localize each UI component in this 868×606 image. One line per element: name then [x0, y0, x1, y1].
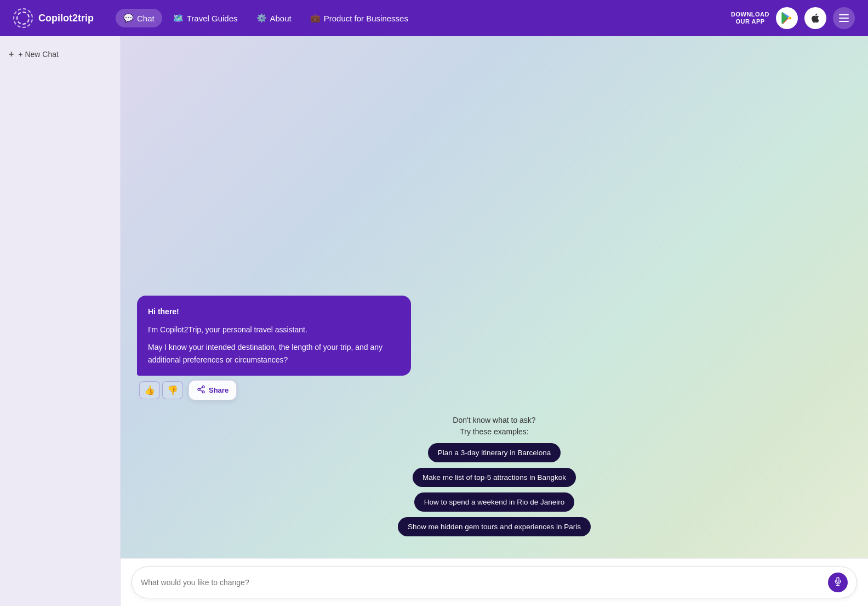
bot-question: May I know your intended destination, th… [148, 341, 400, 366]
briefcase-icon: 💼 [310, 13, 321, 23]
bot-greeting: Hi there! [148, 307, 179, 316]
thumbs-up-icon: 👍 [144, 385, 155, 395]
chat-input[interactable] [141, 578, 828, 587]
examples-line1: Don't know what to ask? [453, 416, 535, 424]
menu-line-3 [839, 21, 849, 22]
share-icon [197, 385, 205, 395]
input-container [132, 567, 857, 598]
thumbs-down-icon: 👎 [167, 385, 178, 395]
chat-messages: Hi there! I'm Copilot2Trip, your persona… [121, 36, 868, 558]
microphone-icon [833, 577, 842, 588]
menu-line-1 [839, 14, 849, 15]
google-play-icon [781, 12, 793, 24]
share-button[interactable]: Share [189, 380, 237, 400]
example-chip-barcelona[interactable]: Plan a 3-day itinerary in Barcelona [428, 443, 561, 462]
bot-bubble: Hi there! I'm Copilot2Trip, your persona… [137, 296, 411, 376]
navbar: Copilot2trip 💬 Chat 🗺️ Travel Guides ⚙️ … [0, 0, 868, 36]
map-icon: 🗺️ [173, 13, 184, 23]
example-chip-paris[interactable]: Show me hidden gem tours and experiences… [398, 517, 591, 536]
nav-travel-guides-label: Travel Guides [187, 14, 238, 23]
input-area [121, 558, 868, 606]
nav-travel-guides[interactable]: 🗺️ Travel Guides [165, 9, 245, 27]
hamburger-menu-button[interactable] [833, 7, 855, 29]
new-chat-button[interactable]: + + New Chat [7, 45, 113, 64]
logo-icon [13, 8, 33, 28]
about-icon: ⚙️ [256, 13, 267, 23]
examples-section: Don't know what to ask? Try these exampl… [137, 415, 852, 536]
chat-area: Hi there! I'm Copilot2Trip, your persona… [121, 36, 868, 606]
thumbs-up-button[interactable]: 👍 [139, 381, 160, 399]
bot-intro: I'm Copilot2Trip, your personal travel a… [148, 324, 400, 336]
nav-right: DOWNLOADOUR APP [731, 7, 855, 29]
example-chip-rio[interactable]: How to spend a weekend in Rio de Janeiro [414, 492, 575, 512]
svg-line-4 [200, 387, 203, 389]
google-play-button[interactable] [776, 7, 798, 29]
nav-links: 💬 Chat 🗺️ Travel Guides ⚙️ About 💼 Produ… [116, 9, 731, 27]
examples-prompt: Don't know what to ask? Try these exampl… [453, 415, 535, 438]
nav-product-businesses[interactable]: 💼 Product for Businesses [302, 9, 416, 27]
bot-message-container: Hi there! I'm Copilot2Trip, your persona… [137, 296, 411, 400]
page-container: + + New Chat Hi there! I'm Copilot2Trip,… [0, 0, 868, 606]
microphone-button[interactable] [828, 573, 848, 592]
svg-line-3 [200, 390, 203, 392]
brand-name: Copilot2trip [38, 13, 94, 24]
apple-icon [810, 13, 821, 24]
nav-chat[interactable]: 💬 Chat [116, 9, 162, 27]
sidebar: + + New Chat [0, 36, 121, 606]
examples-line2: Try these examples: [460, 427, 529, 436]
nav-about[interactable]: ⚙️ About [249, 9, 299, 27]
logo-link[interactable]: Copilot2trip [13, 8, 94, 28]
example-chip-bangkok[interactable]: Make me list of top-5 attractions in Ban… [413, 468, 576, 487]
new-chat-label: + New Chat [18, 50, 59, 59]
thumbs-row: 👍 👎 [139, 381, 183, 399]
download-label: DOWNLOADOUR APP [731, 11, 769, 25]
share-label: Share [209, 386, 229, 394]
chat-icon: 💬 [123, 13, 134, 23]
menu-line-2 [839, 18, 849, 19]
plus-icon: + [9, 49, 14, 59]
bubble-actions: 👍 👎 [139, 380, 237, 400]
nav-chat-label: Chat [137, 14, 155, 23]
apple-store-button[interactable] [804, 7, 826, 29]
thumbs-down-button[interactable]: 👎 [162, 381, 183, 399]
nav-about-label: About [270, 14, 292, 23]
logo-icon-inner [16, 12, 30, 25]
nav-product-label: Product for Businesses [324, 14, 408, 23]
